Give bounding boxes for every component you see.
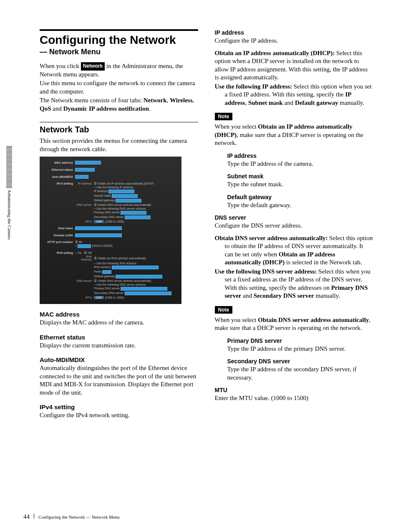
primary-dns-heading: Primary DNS server (227, 337, 373, 344)
dns-use-option: Use the following DNS server address: Se… (215, 268, 373, 300)
page-footer: 44 Configuring the Network — Network Men… (23, 513, 120, 520)
subnet-heading: Subnet mask (227, 173, 373, 180)
gateway-desc: Type the default gateway. (227, 201, 373, 210)
mtu-heading: MTU (215, 387, 373, 393)
mac-address-desc: Displays the MAC address of the camera. (40, 319, 198, 327)
note-text: When you select Obtain an IP address aut… (215, 123, 373, 147)
intro-line: Use this menu to configure the network t… (40, 79, 198, 96)
ipv4-desc: Configure the IPv4 network setting. (40, 411, 198, 420)
ip-address-heading: IP address (215, 29, 373, 36)
primary-dns-desc: Type the IP address of the primary DNS s… (227, 345, 373, 353)
network-settings-screenshot: MAC address Ethernet status Auto-MDI/MDI… (40, 157, 181, 304)
dns-server-desc: Configure the DNS server address. (215, 222, 373, 230)
subnet-desc: Type the subnet mask. (227, 180, 373, 189)
mtu-desc: Enter the MTU value. (1000 to 1500) (215, 394, 373, 403)
ethernet-status-desc: Displays the current transmission rate. (40, 342, 198, 350)
intro-line: When you click Network in the Administra… (40, 62, 198, 79)
page-title: Configuring the Network (40, 33, 198, 47)
footer-text: Configuring the Network — Network Menu (38, 514, 120, 519)
note-label: Note (215, 113, 233, 120)
network-tab-heading: Network Tab (40, 125, 198, 134)
ethernet-status-heading: Ethernet status (40, 334, 198, 341)
secondary-dns-desc: Type the IP address of the secondary DNS… (227, 365, 373, 382)
dhcp-option: Obtain an IP address automatically (DHCP… (215, 49, 373, 82)
ip-address-desc: Configure the IP address. (215, 37, 373, 45)
use-following-ip-option: Use the following IP address: Select thi… (215, 83, 373, 107)
page-subtitle: — Network Menu (40, 48, 198, 56)
secondary-dns-heading: Secondary DNS server (227, 358, 373, 365)
right-column: IP address Configure the IP address. Obt… (215, 29, 373, 515)
network-tab-desc: This section provides the menus for conn… (40, 137, 198, 153)
intro-line: The Network menu consists of four tabs: … (40, 96, 198, 113)
ip-sub-desc: Type the IP address of the camera. (227, 160, 373, 168)
network-inline-button: Network (81, 62, 105, 71)
dns-auto-option: Obtain DNS server address automatically:… (215, 234, 373, 267)
left-column: Configuring the Network — Network Menu W… (40, 29, 198, 515)
mac-address-heading: MAC address (40, 311, 198, 318)
auto-mdi-heading: Auto-MDI/MDIX (40, 356, 198, 363)
page-number: 44 (23, 513, 30, 520)
ipv4-heading: IPv4 setting (40, 403, 198, 410)
note-label: Note (215, 306, 233, 314)
ip-sub-heading: IP address (227, 152, 373, 159)
gateway-heading: Default gateway (227, 194, 373, 200)
note-text: When you select Obtain DNS server addres… (215, 316, 373, 332)
dns-server-heading: DNS server (215, 214, 373, 221)
auto-mdi-desc: Automatically distinguishes the port of … (40, 364, 198, 397)
